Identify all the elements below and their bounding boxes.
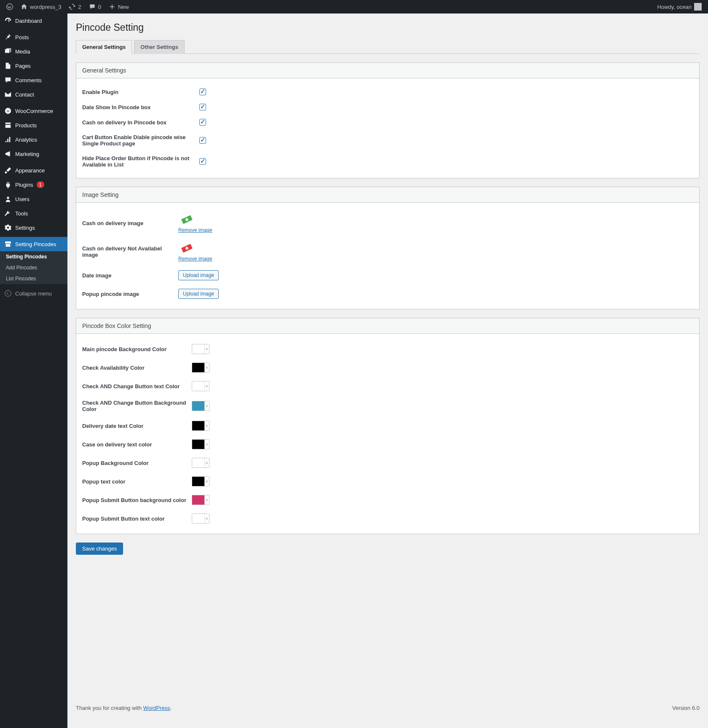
row-label: Date image	[82, 272, 178, 279]
sidebar-item-appearance[interactable]: Appearance	[0, 163, 67, 177]
checkbox-0[interactable]	[199, 89, 206, 95]
general-panel-header: General Settings	[76, 63, 699, 78]
sidebar-item-comments[interactable]: Comments	[0, 73, 67, 87]
color-swatch[interactable]	[192, 421, 209, 431]
row-label: Popup text color	[82, 478, 192, 485]
sidebar-item-products[interactable]: Products	[0, 118, 67, 132]
marketing-icon	[4, 150, 12, 158]
upload-image-button[interactable]: Upload image	[178, 289, 219, 299]
sidebar-item-media[interactable]: Media	[0, 44, 67, 59]
image-row: Date imageUpload image	[82, 266, 693, 285]
footer-version: Version 6.0	[672, 705, 700, 711]
sidebar-item-woocommerce[interactable]: WWooCommerce	[0, 104, 67, 118]
sidebar-item-users[interactable]: Users	[0, 192, 67, 206]
sidebar-item-setting-pincodes[interactable]: Setting Pincodes	[0, 237, 67, 251]
color-fill	[192, 458, 204, 467]
svg-point-4	[7, 197, 9, 199]
remove-image-link[interactable]: Remove image	[178, 227, 212, 233]
sidebar-item-marketing[interactable]: Marketing	[0, 147, 67, 161]
wordpress-link[interactable]: WordPress	[143, 705, 170, 711]
color-clear-icon[interactable]	[204, 458, 209, 467]
sidebar-sub-add-pincodes[interactable]: Add Pincodes	[0, 262, 67, 273]
sidebar-item-label: Plugins	[15, 182, 33, 188]
color-swatch[interactable]	[192, 344, 209, 354]
color-clear-icon[interactable]	[204, 401, 209, 411]
pin-icon	[4, 33, 12, 41]
updates-link[interactable]: 2	[69, 3, 81, 10]
color-fill	[192, 421, 204, 430]
collapse-menu[interactable]: Collapse menu	[0, 286, 67, 301]
color-row: Check AND Change Button Background Color	[82, 395, 693, 416]
site-link[interactable]: wordpress_3	[21, 3, 61, 10]
save-button[interactable]: Save changes	[76, 543, 123, 555]
color-swatch[interactable]	[192, 439, 209, 449]
color-row: Popup text color	[82, 472, 693, 491]
checkbox-3[interactable]	[199, 137, 206, 144]
sidebar-item-contact[interactable]: Contact	[0, 87, 67, 102]
general-row: Enable Plugin	[82, 84, 693, 99]
color-clear-icon[interactable]	[204, 495, 209, 505]
sidebar-item-label: Contact	[15, 91, 34, 98]
store-icon	[4, 240, 12, 248]
color-swatch[interactable]	[192, 495, 209, 505]
color-row: Popup Background Color	[82, 454, 693, 472]
new-link[interactable]: New	[109, 3, 129, 10]
comment-icon	[4, 76, 12, 84]
woo-icon: W	[4, 107, 12, 115]
checkbox-4[interactable]	[199, 158, 206, 165]
remove-image-link[interactable]: Remove image	[178, 256, 212, 262]
sidebar-sub-setting-pincodes[interactable]: Setting Pincodes	[0, 251, 67, 262]
checkbox-2[interactable]	[199, 119, 206, 126]
sidebar-item-settings[interactable]: Settings	[0, 220, 67, 235]
cash-image-red	[178, 242, 195, 254]
color-row: Check AND Change Button text Color	[82, 377, 693, 395]
row-label: Cash on delivery Not Availabel image	[82, 245, 178, 258]
sidebar-item-pages[interactable]: Pages	[0, 59, 67, 73]
dashboard-icon	[4, 17, 12, 24]
sidebar-item-analytics[interactable]: Analytics	[0, 132, 67, 147]
color-row: Check Availability Color	[82, 358, 693, 377]
sidebar-item-label: Appearance	[15, 167, 45, 174]
row-label: Cash on delivery In Pincode box	[82, 119, 199, 126]
color-clear-icon[interactable]	[204, 477, 209, 486]
color-swatch[interactable]	[192, 476, 209, 486]
collapse-icon	[4, 290, 12, 297]
wp-logo[interactable]	[6, 3, 13, 10]
settings-icon	[4, 224, 12, 231]
color-clear-icon[interactable]	[204, 514, 209, 523]
plugin-badge: 1	[37, 181, 44, 188]
howdy-link[interactable]: Howdy, ocean	[657, 3, 702, 11]
color-clear-icon[interactable]	[204, 381, 209, 391]
sidebar-item-posts[interactable]: Posts	[0, 30, 67, 44]
upload-image-button[interactable]: Upload image	[178, 270, 219, 280]
sidebar-item-label: Pages	[15, 63, 31, 69]
row-label: Hide Place Order Button if Pincode is no…	[82, 155, 199, 168]
sidebar-item-label: WooCommerce	[15, 108, 53, 114]
user-icon	[4, 195, 12, 203]
comments-link[interactable]: 0	[89, 3, 101, 10]
color-clear-icon[interactable]	[204, 440, 209, 449]
page-title: Pincode Setting	[76, 22, 700, 33]
color-swatch[interactable]	[192, 458, 209, 468]
row-label: Popup Background Color	[82, 460, 192, 466]
sidebar-item-plugins[interactable]: Plugins1	[0, 177, 67, 192]
color-clear-icon[interactable]	[204, 421, 209, 430]
color-clear-icon[interactable]	[204, 363, 209, 372]
sidebar-item-dashboard[interactable]: Dashboard	[0, 13, 67, 28]
color-swatch[interactable]	[192, 401, 209, 411]
sidebar-item-tools[interactable]: Tools	[0, 206, 67, 220]
sidebar-item-label: Users	[15, 196, 30, 202]
color-swatch[interactable]	[192, 363, 209, 373]
tab-other-settings[interactable]: Other Settings	[134, 40, 185, 54]
color-panel: Pincode Box Color Setting Main pincode B…	[76, 318, 700, 534]
tab-general-settings[interactable]: General Settings	[76, 40, 132, 54]
color-swatch[interactable]	[192, 381, 209, 391]
checkbox-1[interactable]	[199, 104, 206, 110]
row-label: Delivery date text Color	[82, 423, 192, 429]
analytics-icon	[4, 136, 12, 143]
admin-bar-right: Howdy, ocean	[657, 3, 702, 11]
home-icon	[21, 3, 27, 10]
color-swatch[interactable]	[192, 513, 209, 524]
sidebar-sub-list-pincodes[interactable]: List Pincodes	[0, 273, 67, 284]
color-clear-icon[interactable]	[204, 344, 209, 354]
